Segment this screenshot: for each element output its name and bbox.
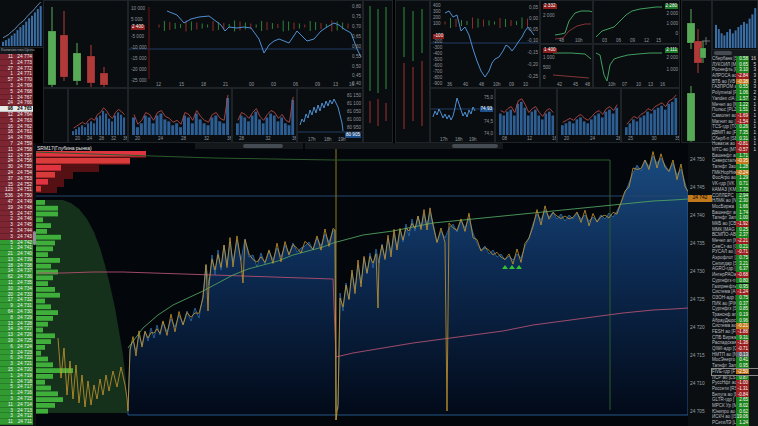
axis-label: 48 [479,83,484,88]
axis-label: 10h [608,83,616,88]
axis-label: 35 [675,137,680,142]
hist-1[interactable]: 2024283236 [68,88,128,143]
depth-of-market-chart[interactable]: SRM17(Глубина рынка) 4445464748495006070… [33,143,688,426]
price-axis-label: 24 745 [690,186,705,191]
axis-label: -100 [433,34,444,39]
volume-mini[interactable] [712,0,758,50]
axis-label: 80 905 [345,133,361,138]
price-axis-label: 24 720 [690,326,705,331]
axis-label: 21 [223,83,228,88]
dom-ladder[interactable]: Количество Цена 1124 774124 7732724 7721… [0,0,33,426]
oi-short-chart[interactable]: 1 4001 0005000424548 [540,44,593,88]
axis-label: 28 [99,137,104,142]
axis-label: 10 [636,83,641,88]
candles-mini[interactable] [43,0,128,88]
flow-chart[interactable]: 400300200100-100-200-300-400-500-600-700… [430,0,540,88]
axis-label: 0 [543,76,546,81]
axis-label: 15 [179,83,184,88]
axis-label: 18 [201,83,206,88]
chart-scrollbar-1-handle[interactable] [243,144,283,148]
empty-1[interactable] [43,88,68,143]
axis-label: 18h [324,138,332,143]
axis-label: 100 [433,22,441,27]
axis-label: 17h [440,138,448,143]
price-axis-label: 24 730 [690,270,705,275]
axis-label: 75,0 [484,96,493,101]
watchlist-scrollbar[interactable] [712,50,758,56]
axis-label: 25 [628,137,633,142]
axis-label: 19h [469,138,477,143]
axis-label: 03 [271,83,276,88]
axis-label: -5 000 [131,35,144,40]
axis-label: 13 [648,83,653,88]
ladder-row[interactable]: 1124 711 [0,419,33,425]
axis-label: 1 000 [543,56,555,61]
ladder-rows[interactable]: 1124 774124 7732724 772124 7715724 77032… [0,54,33,425]
axis-label: 81 100 [347,102,361,107]
axis-label: -900 [433,82,442,87]
axis-label: 2 000 [667,12,679,17]
trading-terminal: { "main_chart": { "title": "SRM17(Глубин… [0,0,758,426]
chart-scrollbar-2[interactable] [305,143,503,149]
chart-scrollbar-2-handle[interactable] [452,144,498,148]
watchlist-scrollbar-handle[interactable] [714,51,732,55]
axis-label: -800 [433,76,442,81]
main-chart-title: SRM17(Глубина рынка) [37,145,92,151]
axis-label: 10h [493,83,501,88]
axis-label: -0,25 [528,75,538,80]
depth-cum-chart[interactable]: 2 1112 0001 00010h07101316 [593,44,680,88]
hist-3[interactable]: 283236 [232,88,297,143]
ladder-mini-chart[interactable] [0,0,43,48]
price-axis-label: 24 705 [690,410,705,415]
axis-label: 28 [181,137,186,142]
axis-label: 1 000 [667,68,679,73]
hist-6[interactable]: 253035 [621,88,680,143]
price-axis[interactable]: 24 75024 74524 74024 73524 73024 72524 7… [688,143,712,426]
axis-label: -200 [433,40,442,45]
axis-label: -20 000 [131,68,147,73]
watchlist-row[interactable]: РСетиЛЭ [L1.24 [712,420,758,426]
axis-label: 10 000 [131,7,145,12]
session-candles[interactable] [681,0,712,143]
volume-cum-chart[interactable]: 2 2802 0001 00000306091215 [593,0,680,44]
axis-label: -10 000 [131,46,147,51]
axis-label: 07 [622,83,627,88]
axis-label: 2 332 [543,4,557,9]
chart-scrollbar-1[interactable] [195,143,303,149]
axis-label: 16 [349,83,354,88]
axis-label: 32 [111,137,116,142]
axis-label: -0,15 [528,51,538,56]
price-mini-74[interactable]: 75,074,9374,574,017h18h19h [430,88,495,143]
axis-label: 0,65 [352,35,361,40]
axis-label: 16 [660,83,665,88]
axis-label: -25 000 [131,79,147,84]
axis-label: 0 [675,32,678,37]
ladder-header-price: Цена [24,47,35,54]
oi-long-chart[interactable]: 2 3322 0004810h [540,0,593,44]
hist-2[interactable]: 2024283236 [128,88,232,143]
ladder-scrollbar-handle[interactable] [33,231,36,245]
axis-label: 81 150 [347,94,361,99]
current-price-badge: 24 742 [688,195,712,202]
axis-label: 19h [338,138,346,143]
watchlist[interactable]: Сбербанк [S0.5816ЛУКОЙЛ [M0.655Роснефть … [712,56,758,426]
ladder-scrollbar[interactable] [33,143,36,426]
hist-5[interactable]: 202428 [557,88,621,143]
axis-label: 17h [308,138,316,143]
axis-label: 2 000 [667,56,679,61]
spread-spikes-1[interactable] [363,0,393,143]
axis-label: 15 [656,39,661,44]
axis-label: 74,5 [484,120,493,125]
axis-label: 24 [158,137,163,142]
axis-label: 32 [266,137,271,142]
delta-chart[interactable]: 10 0005 0002 400-5 000-10 000-15 000-20 … [128,0,363,88]
axis-label: 5 000 [131,18,143,23]
price-axis-label: 24 710 [690,382,705,387]
axis-label: 0,55 [352,55,361,60]
axis-label: 0,05 [529,6,538,11]
hist-4[interactable]: 081216 [495,88,557,143]
spread-spikes-2[interactable] [395,0,430,143]
axis-label: 10h [575,39,583,44]
price-mini-81[interactable]: 81 15081 10081 05081 00080 95080 90517h1… [297,88,363,143]
axis-label: 20 [75,137,80,142]
